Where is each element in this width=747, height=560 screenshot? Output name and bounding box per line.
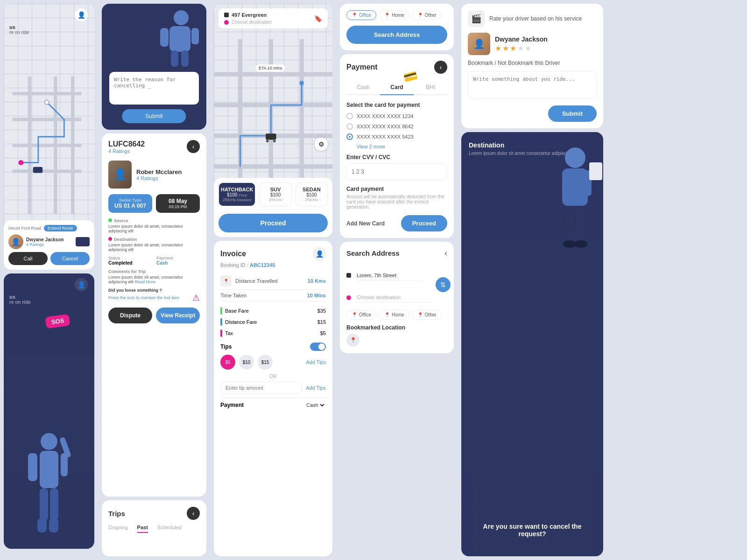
lost-text[interactable]: Press the icon to mention the lost item — [108, 295, 180, 300]
cvv-input[interactable] — [346, 163, 447, 180]
tip-amount-input[interactable] — [220, 382, 302, 394]
svg-rect-17 — [37, 518, 47, 532]
svg-point-7 — [18, 160, 23, 165]
vehicle-tab-sedan[interactable]: SEDAN $100 25Kms — [296, 182, 328, 206]
tips-label: Tips — [220, 343, 232, 350]
dest-dot — [224, 20, 229, 25]
office-pin-icon: 📍 — [352, 13, 357, 18]
search-address-btn[interactable]: Search Address — [346, 26, 447, 44]
sa-loc-home[interactable]: 📍 Home — [379, 310, 409, 320]
star-3[interactable]: ★ — [510, 44, 516, 53]
add-tips-btn-2[interactable]: Add Tips — [306, 385, 326, 391]
call-button[interactable]: Call — [8, 252, 48, 265]
payment-tabs: Cash Card 💳 BHI — [346, 80, 447, 95]
status-bar: us re on ride — [4, 22, 35, 37]
driver-rating-sm: 4 Ratings — [26, 242, 64, 247]
card-option-2: XXXX XXXX XXXX 8642 — [346, 123, 447, 130]
distance-value: 10 Kms — [308, 278, 326, 284]
info-boxes: Sedan Type US 01 A 007 08 May 03:15 PM — [108, 194, 200, 213]
cancel-reason-input[interactable] — [109, 72, 199, 105]
booking-ratings: 4 Ratings — [108, 148, 145, 154]
tip-10-btn[interactable]: $10 — [239, 355, 254, 370]
svg-point-42 — [563, 240, 576, 248]
payment-select[interactable]: Cash Card — [304, 402, 326, 408]
tips-amounts: $5 $10 $15 Add Tips — [220, 355, 326, 370]
user-icon: 👤 — [75, 8, 88, 21]
datetime-box: 08 May 03:15 PM — [156, 194, 200, 213]
star-1[interactable]: ★ — [495, 44, 501, 53]
tip-15-btn[interactable]: $15 — [258, 355, 273, 370]
view-more-link[interactable]: View 2 more — [357, 144, 447, 149]
pay-tab-card[interactable]: Card 💳 — [380, 80, 414, 95]
trips-header: Trips ‹ — [108, 507, 200, 520]
sa-dest-row — [346, 293, 433, 302]
base-fare-label: Base Fare — [225, 308, 249, 314]
lost-icon[interactable]: ⚠ — [192, 293, 200, 303]
booking-time: 03:15 PM — [160, 204, 196, 209]
star-2[interactable]: ★ — [502, 44, 509, 53]
extend-route-btn[interactable]: Extend Route — [44, 225, 77, 231]
loc-tab-other[interactable]: 📍 Other — [412, 10, 442, 20]
trips-tab-past[interactable]: Past — [137, 525, 148, 533]
swap-btn[interactable]: ⇅ — [436, 277, 451, 292]
tips-toggle[interactable] — [310, 343, 326, 351]
bookmark-driver-link[interactable]: Bookmark / Not Bookmark this Driver — [468, 60, 597, 66]
bookmark-icon[interactable]: 🔖 — [314, 15, 322, 22]
svg-point-8 — [45, 100, 49, 104]
cancel-textarea-wrap[interactable] — [109, 72, 199, 106]
cancel-button[interactable]: Cancel — [50, 252, 90, 265]
radio-2[interactable] — [346, 123, 353, 130]
svg-rect-41 — [576, 206, 585, 243]
payment-proceed-btn[interactable]: Proceed — [401, 215, 447, 231]
sa-loc-other[interactable]: 📍 Other — [412, 310, 442, 320]
add-new-card-link[interactable]: Add New Card — [346, 220, 385, 227]
column-4: 📍 Office 📍 Home 📍 Other Search Address P… — [336, 0, 458, 560]
sa-close-btn[interactable]: ‹ — [444, 248, 447, 258]
cancel-reason-card: Submit — [102, 4, 206, 130]
tip-5-btn[interactable]: $5 — [220, 355, 235, 370]
settings-icon[interactable]: ⚙ — [315, 138, 328, 151]
loc-tab-office[interactable]: 📍 Office — [346, 10, 376, 20]
read-more-link[interactable]: Read More — [135, 280, 156, 284]
radio-3[interactable] — [346, 133, 353, 140]
radio-1[interactable] — [346, 113, 353, 119]
card-option-3: XXXX XXXX XXXX 5423 — [346, 133, 447, 140]
tips-section: Tips $5 $10 $15 Add Tips OR Add Tips — [220, 343, 326, 394]
sa-loc-office[interactable]: 📍 Office — [346, 310, 376, 320]
booking-detail-card: LUFC8642 4 Ratings ‹ 👤 Rober Mcclaren 4 … — [102, 133, 206, 497]
dispute-btn[interactable]: Dispute — [108, 308, 152, 323]
invoice-card: Invoice 👤 Booking ID : ABC12345 📍 Distan… — [214, 241, 332, 556]
pay-tab-bhi[interactable]: BHI — [414, 80, 447, 95]
person-illustration-cancel — [529, 141, 603, 272]
destination-input[interactable]: Choose destination — [232, 20, 272, 25]
trips-back-btn[interactable]: ‹ — [187, 507, 200, 520]
svg-rect-40 — [565, 206, 574, 243]
booking-back-btn[interactable]: ‹ — [187, 140, 200, 153]
pay-tab-cash[interactable]: Cash — [346, 80, 380, 95]
rating-submit-btn[interactable]: Submit — [548, 105, 597, 122]
star-5[interactable]: ★ — [525, 44, 531, 53]
view-receipt-btn[interactable]: View Receipt — [156, 308, 200, 323]
proceed-btn[interactable]: Proceed — [218, 214, 328, 232]
svg-rect-39 — [589, 162, 602, 180]
bookmarked-icon[interactable]: 📍 — [346, 334, 359, 347]
cancel-confirm-text: Are you sure want to cancel the request? — [461, 523, 603, 538]
trips-tab-ongoing[interactable]: Ongoing — [108, 525, 128, 533]
trips-tab-scheduled[interactable]: Scheduled — [157, 525, 182, 533]
lost-section: Did you loose something ? Press the icon… — [108, 288, 200, 303]
add-tips-btn[interactable]: Add Tips — [306, 359, 326, 365]
sa-origin-input[interactable] — [355, 271, 423, 280]
star-4[interactable]: ★ — [517, 44, 524, 53]
sa-loc-tabs: 📍 Office 📍 Home 📍 Other — [346, 310, 447, 320]
cancel-submit-btn[interactable]: Submit — [122, 109, 186, 123]
review-textarea[interactable] — [468, 71, 597, 99]
sa-dest-input[interactable] — [355, 293, 433, 302]
loc-tab-home[interactable]: 📍 Home — [379, 10, 409, 20]
vehicle-tab-suv[interactable]: SUV $100 25Kms — [259, 182, 291, 206]
payment-back-btn[interactable]: ‹ — [434, 61, 447, 74]
invoice-title: Invoice — [220, 250, 246, 258]
vehicle-tab-hatchback[interactable]: HATCHBACK $100 Price 25Kms Distance — [218, 182, 255, 206]
destination-section: Destination Lorem ipsum dolor sit amet, … — [108, 237, 200, 252]
column-3: 497 Evergreen Choose destination 🔖 ETA 1… — [210, 0, 336, 560]
sa-origin-row: ···· — [346, 264, 433, 287]
